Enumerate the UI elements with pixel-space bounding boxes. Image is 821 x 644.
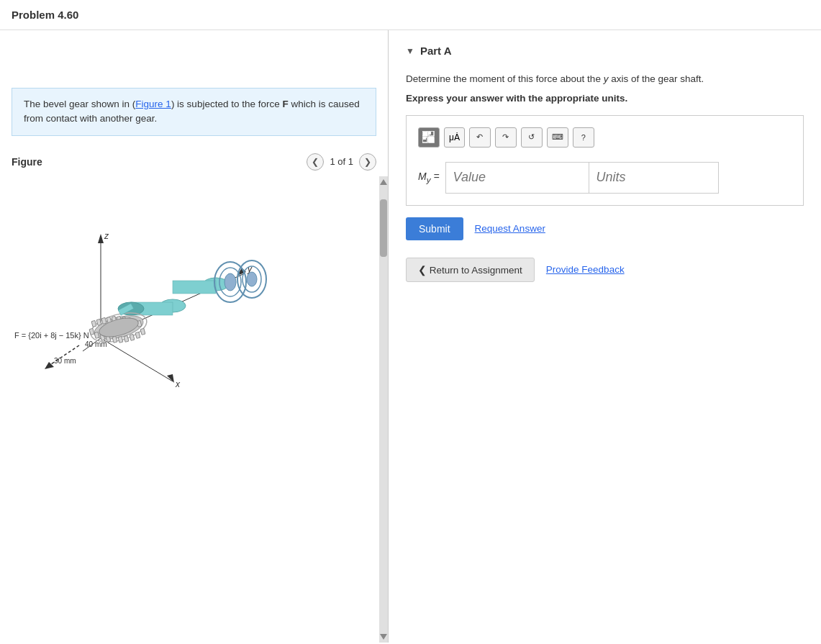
matrix-svg	[422, 131, 435, 144]
svg-point-22	[224, 273, 236, 291]
figure-section: Figure ❮ 1 of 1 ❯	[0, 148, 388, 176]
svg-rect-28	[91, 320, 96, 327]
undo-button[interactable]: ↶	[469, 127, 491, 148]
svg-text:30 mm: 30 mm	[54, 357, 76, 365]
svg-line-6	[101, 338, 173, 381]
scroll-up-arrow[interactable]	[380, 179, 387, 185]
svg-rect-44	[124, 335, 129, 342]
input-row: My =	[418, 162, 791, 194]
keyboard-button[interactable]: ⌨	[547, 127, 568, 148]
redo-button[interactable]: ↷	[495, 127, 517, 148]
svg-text:x: x	[175, 379, 181, 389]
description-text: The bevel gear shown in (Figure 1) is su…	[24, 99, 360, 124]
refresh-button[interactable]: ↺	[521, 127, 543, 148]
value-input[interactable]	[445, 162, 589, 194]
svg-rect-38	[89, 328, 94, 335]
scroll-down-arrow[interactable]	[380, 634, 387, 640]
scroll-thumb[interactable]	[380, 199, 387, 257]
request-answer-button[interactable]: Request Answer	[475, 223, 545, 234]
y-var: y	[604, 73, 609, 84]
svg-rect-19	[173, 281, 216, 294]
instruction-text: Express your answer with the appropriate…	[406, 93, 804, 104]
scrollbar	[379, 176, 388, 643]
svg-point-25	[247, 272, 257, 286]
left-panel: The bevel gear shown in (Figure 1) is su…	[0, 30, 389, 643]
svg-text:F = {20i + 8j − 15k} N: F = {20i + 8j − 15k} N	[14, 331, 89, 340]
svg-rect-50	[423, 132, 427, 136]
question-text: Determine the moment of this force about…	[406, 71, 804, 87]
figure-canvas: z y x F = {20i + 8j − 15k} N 40 mm 30 mm	[0, 176, 388, 643]
figure-prev-button[interactable]: ❮	[307, 153, 324, 171]
matrix-icon-button[interactable]	[418, 127, 440, 148]
mu-button[interactable]: μȦ	[444, 127, 465, 148]
page-title: Problem 4.60	[0, 0, 821, 30]
action-row: Submit Request Answer	[406, 217, 804, 240]
svg-marker-1	[98, 234, 104, 243]
problem-description: The bevel gear shown in (Figure 1) is su…	[12, 88, 376, 136]
svg-rect-47	[140, 328, 145, 335]
bottom-actions: ❮ Return to Assignment Provide Feedback	[406, 258, 804, 282]
collapse-arrow[interactable]: ▼	[406, 46, 414, 56]
part-label: Part A	[420, 45, 452, 57]
figure-next-button[interactable]: ❯	[359, 153, 376, 171]
right-panel: ▼ Part A Determine the moment of this fo…	[389, 30, 821, 643]
return-to-assignment-button[interactable]: ❮ Return to Assignment	[406, 258, 535, 282]
svg-rect-43	[118, 336, 123, 343]
part-header: ▼ Part A	[406, 45, 804, 57]
submit-button[interactable]: Submit	[406, 217, 463, 240]
gear-figure-svg: z y x F = {20i + 8j − 15k} N 40 mm 30 mm	[7, 180, 353, 403]
answer-box: μȦ ↶ ↷ ↺ ⌨ ? My =	[406, 115, 804, 206]
svg-text:z: z	[104, 231, 109, 241]
svg-rect-46	[135, 332, 140, 338]
provide-feedback-button[interactable]: Provide Feedback	[546, 264, 625, 275]
my-label: My =	[418, 171, 440, 184]
figure-nav: ❮ 1 of 1 ❯	[307, 153, 376, 171]
units-input[interactable]	[589, 162, 719, 194]
toolbar: μȦ ↶ ↷ ↺ ⌨ ?	[418, 127, 791, 153]
figure-label: Figure	[12, 156, 42, 168]
figure-link[interactable]: Figure 1	[135, 99, 171, 109]
help-button[interactable]: ?	[573, 127, 594, 148]
figure-page-indicator: 1 of 1	[330, 156, 353, 167]
